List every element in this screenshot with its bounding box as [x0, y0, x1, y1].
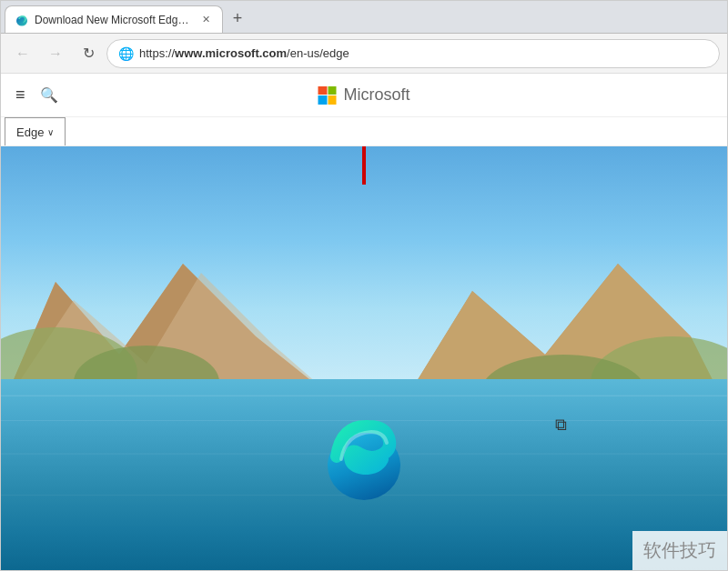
tab-favicon: [15, 13, 29, 27]
edge-nav: Edge ∨: [1, 117, 727, 146]
new-tab-button[interactable]: +: [225, 5, 250, 31]
search-icon[interactable]: 🔍: [40, 86, 58, 104]
address-bar[interactable]: 🌐 https://www.microsoft.com/en-us/edge: [106, 39, 720, 68]
edge-nav-chevron: ∨: [47, 127, 54, 137]
edge-logo: [318, 416, 410, 506]
hamburger-icon[interactable]: ≡: [15, 85, 25, 105]
address-text: https://www.microsoft.com/en-us/edge: [139, 46, 708, 60]
globe-icon: 🌐: [118, 46, 134, 61]
edge-nav-label: Edge: [16, 125, 44, 139]
browser-frame: Download New Microsoft Edge B ✕ + ← → ↻ …: [0, 0, 728, 571]
microsoft-logo: Microsoft: [318, 85, 410, 105]
back-button[interactable]: ←: [8, 39, 37, 68]
ms-logo-grid: [318, 86, 336, 105]
ms-logo-red: [318, 86, 327, 95]
tab-title: Download New Microsoft Edge B: [35, 14, 193, 26]
refresh-button[interactable]: ↻: [74, 39, 103, 68]
ms-logo-text: Microsoft: [343, 85, 410, 105]
main-content: ⧉ 软件技巧: [1, 146, 727, 570]
tab-close-button[interactable]: ✕: [198, 13, 213, 27]
red-arrow-annotation: [337, 146, 391, 194]
nav-bar: ← → ↻ 🌐 https://www.microsoft.com/en-us/…: [1, 34, 727, 74]
ms-logo-blue: [318, 95, 327, 105]
watermark: 软件技巧: [632, 531, 727, 570]
tab-bar: Download New Microsoft Edge B ✕ +: [1, 1, 727, 34]
hero-image: ⧉ 软件技巧: [1, 146, 727, 570]
ms-logo-green: [328, 86, 337, 95]
edge-nav-item[interactable]: Edge ∨: [5, 117, 66, 145]
site-header: ≡ 🔍 Microsoft: [1, 74, 727, 117]
forward-button[interactable]: →: [41, 39, 70, 68]
active-tab[interactable]: Download New Microsoft Edge B ✕: [5, 5, 223, 33]
ms-logo-yellow: [328, 95, 337, 105]
